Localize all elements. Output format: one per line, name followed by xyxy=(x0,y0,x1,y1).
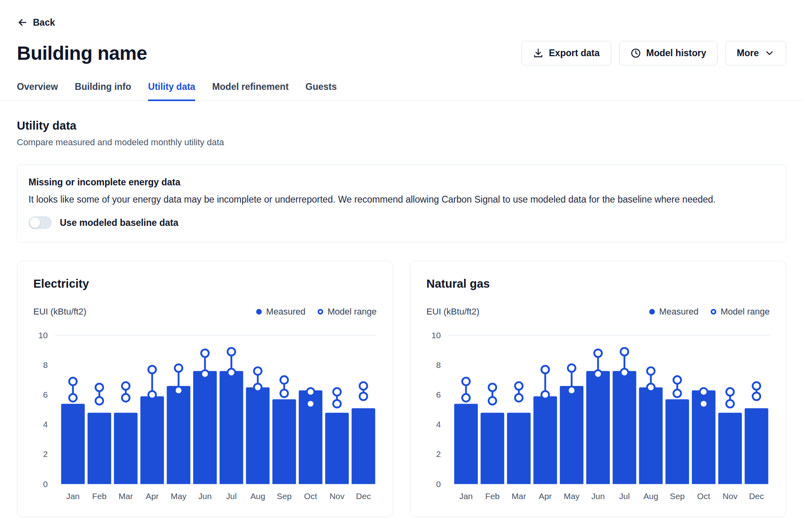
header-actions: Export data Model history More xyxy=(522,41,786,65)
svg-text:Nov: Nov xyxy=(330,491,345,501)
svg-text:Aug: Aug xyxy=(643,491,658,501)
chart-title-natural-gas: Natural gas xyxy=(426,277,770,290)
svg-text:Jun: Jun xyxy=(591,491,605,501)
back-label: Back xyxy=(33,17,55,28)
svg-text:Oct: Oct xyxy=(304,491,317,501)
measured-dot-icon xyxy=(649,309,655,315)
svg-text:8: 8 xyxy=(436,360,441,370)
svg-text:May: May xyxy=(564,491,580,501)
svg-text:Jan: Jan xyxy=(66,491,80,501)
chart-legend: Measured Model range xyxy=(256,307,377,317)
use-modeled-baseline-toggle[interactable] xyxy=(29,216,52,229)
model-range-ring-icon xyxy=(711,309,716,315)
page: Back Building name Export data Model his… xyxy=(0,0,803,532)
legend-model-range-label: Model range xyxy=(328,307,377,317)
svg-text:Nov: Nov xyxy=(723,491,738,501)
alert-title: Missing or incomplete energy data xyxy=(29,177,774,188)
chart-legend: Measured Model range xyxy=(649,307,770,317)
tab-overview[interactable]: Overview xyxy=(17,81,58,101)
svg-text:Sep: Sep xyxy=(670,491,685,501)
natural-gas-chart: 0246810JanFebMarAprMayJunJulAugSepOctNov… xyxy=(426,321,770,509)
svg-text:Jul: Jul xyxy=(226,491,237,501)
svg-text:10: 10 xyxy=(39,331,48,340)
missing-data-alert: Missing or incomplete energy data It loo… xyxy=(17,164,786,242)
chart-meta: EUI (kBtu/ft2) Measured Model range xyxy=(426,307,770,317)
legend-model-range: Model range xyxy=(711,307,770,317)
toggle-knob xyxy=(30,217,40,228)
legend-measured: Measured xyxy=(649,307,699,317)
measured-dot-icon xyxy=(256,309,262,315)
svg-text:Jan: Jan xyxy=(459,491,473,501)
natural-gas-chart-card: Natural gas EUI (kBtu/ft2) Measured Mode… xyxy=(410,261,786,517)
more-button[interactable]: More xyxy=(726,41,786,65)
svg-text:Oct: Oct xyxy=(697,491,710,501)
svg-text:0: 0 xyxy=(436,479,441,489)
export-data-label: Export data xyxy=(549,48,600,59)
tabs: Overview Building info Utility data Mode… xyxy=(17,81,786,100)
svg-text:May: May xyxy=(171,491,187,501)
svg-text:2: 2 xyxy=(436,449,441,459)
tab-utility-data[interactable]: Utility data xyxy=(148,81,196,101)
back-arrow-icon xyxy=(17,17,28,28)
svg-text:2: 2 xyxy=(43,449,48,459)
alert-body: It looks like some of your energy data m… xyxy=(29,194,774,205)
model-history-button[interactable]: Model history xyxy=(619,41,718,65)
tab-building-info[interactable]: Building info xyxy=(75,81,131,101)
electricity-chart-card: Electricity EUI (kBtu/ft2) Measured Mode… xyxy=(17,261,393,517)
chart-title-electricity: Electricity xyxy=(33,277,377,290)
svg-text:6: 6 xyxy=(436,390,441,399)
svg-text:10: 10 xyxy=(432,331,441,340)
header: Building name Export data Model history … xyxy=(17,41,786,65)
section-subtitle: Compare measured and modeled monthly uti… xyxy=(17,137,786,148)
clock-icon xyxy=(630,48,641,59)
tab-guests[interactable]: Guests xyxy=(306,81,337,101)
back-link[interactable]: Back xyxy=(17,17,55,28)
y-axis-label: EUI (kBtu/ft2) xyxy=(33,307,86,317)
svg-text:Mar: Mar xyxy=(512,491,526,501)
svg-text:Jun: Jun xyxy=(198,491,212,501)
svg-text:6: 6 xyxy=(43,390,48,399)
export-data-button[interactable]: Export data xyxy=(522,41,611,65)
chart-meta: EUI (kBtu/ft2) Measured Model range xyxy=(33,307,377,317)
svg-text:Sep: Sep xyxy=(277,491,291,501)
page-title: Building name xyxy=(17,42,147,64)
y-axis-label: EUI (kBtu/ft2) xyxy=(426,307,479,317)
download-icon xyxy=(533,48,544,59)
svg-text:Apr: Apr xyxy=(539,491,552,501)
legend-model-range-label: Model range xyxy=(721,307,770,317)
svg-text:Mar: Mar xyxy=(118,491,133,501)
svg-text:Dec: Dec xyxy=(749,491,764,501)
toggle-row: Use modeled baseline data xyxy=(29,216,774,229)
svg-text:Apr: Apr xyxy=(146,491,159,501)
svg-text:0: 0 xyxy=(43,479,48,489)
toggle-label: Use modeled baseline data xyxy=(60,217,178,228)
svg-text:Dec: Dec xyxy=(356,491,371,501)
svg-text:4: 4 xyxy=(436,420,441,429)
more-label: More xyxy=(737,48,759,59)
svg-text:Feb: Feb xyxy=(92,491,106,501)
electricity-chart: 0246810JanFebMarAprMayJunJulAugSepOctNov… xyxy=(33,321,377,509)
svg-text:Feb: Feb xyxy=(485,491,499,501)
svg-text:Jul: Jul xyxy=(619,491,630,501)
svg-text:8: 8 xyxy=(43,360,48,370)
charts-grid: Electricity EUI (kBtu/ft2) Measured Mode… xyxy=(17,261,786,517)
legend-measured: Measured xyxy=(256,307,306,317)
legend-model-range: Model range xyxy=(318,307,377,317)
utility-data-section-header: Utility data Compare measured and modele… xyxy=(17,119,786,148)
model-history-label: Model history xyxy=(646,48,707,59)
svg-text:4: 4 xyxy=(43,420,48,429)
tab-model-refinement[interactable]: Model refinement xyxy=(212,81,288,101)
tab-bar: Overview Building info Utility data Mode… xyxy=(0,81,803,101)
chevron-down-icon xyxy=(764,48,775,59)
section-title: Utility data xyxy=(17,119,786,132)
model-range-ring-icon xyxy=(318,309,323,315)
legend-measured-label: Measured xyxy=(266,307,306,317)
svg-text:Aug: Aug xyxy=(250,491,265,501)
legend-measured-label: Measured xyxy=(659,307,699,317)
